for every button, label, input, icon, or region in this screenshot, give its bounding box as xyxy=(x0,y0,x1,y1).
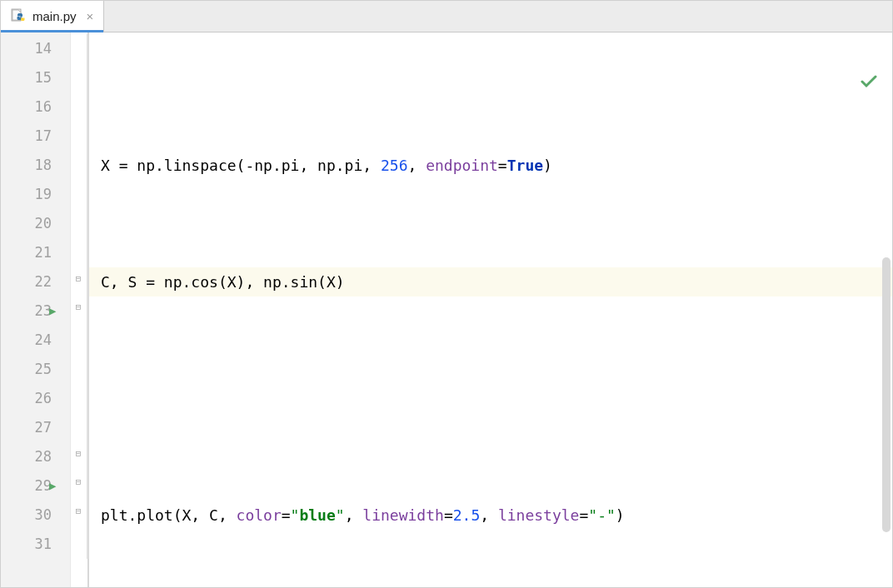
inspection-ok-icon[interactable] xyxy=(801,39,877,127)
python-file-icon xyxy=(11,8,26,23)
vertical-scrollbar[interactable] xyxy=(882,257,891,532)
tab-close-icon[interactable]: × xyxy=(87,9,94,23)
fold-gutter: ⊟ ⊟ ⊟ ⊟ ⊟ xyxy=(71,32,89,587)
tab-filename: main.py xyxy=(32,9,77,23)
fold-icon[interactable]: ⊟ xyxy=(73,274,83,284)
code-line: X = np.linspace(-np.pi, np.pi, 256, endp… xyxy=(89,151,892,180)
fold-icon[interactable]: ⊟ xyxy=(73,302,83,312)
code-line: plt.plot(X, C, color="blue", linewidth=2… xyxy=(89,501,892,530)
tab-bar: main.py × xyxy=(1,1,892,32)
code-line-current: C, S = np.cos(X), np.sin(X) xyxy=(89,267,892,296)
code-line xyxy=(89,384,892,413)
run-cell-icon[interactable]: ▶ xyxy=(49,471,56,501)
code-area[interactable]: X = np.linspace(-np.pi, np.pi, 256, endp… xyxy=(89,32,892,587)
fold-icon[interactable]: ⊟ xyxy=(73,506,83,516)
fold-icon[interactable]: ⊟ xyxy=(73,449,83,459)
line-number-gutter: 14 15 16 17 18 19 20 21 22 23▶ 24 25 26 … xyxy=(1,32,71,587)
code-editor[interactable]: 14 15 16 17 18 19 20 21 22 23▶ 24 25 26 … xyxy=(1,32,892,587)
run-cell-icon[interactable]: ▶ xyxy=(49,296,56,326)
fold-icon[interactable]: ⊟ xyxy=(73,477,83,487)
editor-tab-main[interactable]: main.py × xyxy=(1,0,104,32)
